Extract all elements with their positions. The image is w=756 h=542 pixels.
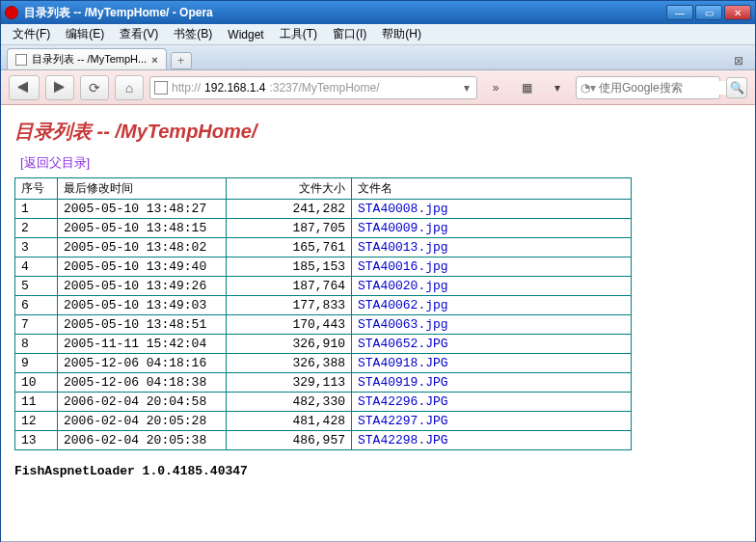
menu-tools[interactable]: 工具(T) xyxy=(272,24,325,44)
url-path: :3237/MyTempHome/ xyxy=(269,81,379,95)
file-link[interactable]: STA40062.jpg xyxy=(358,298,448,312)
col-seq: 序号 xyxy=(15,178,58,200)
cell-fname: STA40919.JPG xyxy=(352,373,632,393)
cell-fname: STA40016.jpg xyxy=(352,257,632,277)
cell-seq: 1 xyxy=(15,200,58,219)
table-row: 102005-12-06 04:18:38329,113STA40919.JPG xyxy=(15,373,632,393)
file-link[interactable]: STA42298.JPG xyxy=(358,433,448,447)
browser-tab[interactable]: 目录列表 -- /MyTempH... × xyxy=(7,48,167,69)
col-fname: 文件名 xyxy=(352,178,632,200)
server-footer: FishAspnetLoader 1.0.4185.40347 xyxy=(14,464,742,478)
cell-size: 185,153 xyxy=(227,257,352,277)
cell-size: 165,761 xyxy=(227,238,352,257)
cell-size: 187,764 xyxy=(227,277,352,296)
url-host: 192.168.1.4 xyxy=(204,81,265,95)
feed-icon[interactable]: ▦ xyxy=(514,76,539,99)
close-button[interactable]: ✕ xyxy=(724,5,751,20)
parent-directory-link[interactable]: [返回父目录] xyxy=(20,155,90,170)
cell-seq: 5 xyxy=(15,277,58,296)
new-tab-button[interactable]: + xyxy=(171,52,192,69)
menu-help[interactable]: 帮助(H) xyxy=(374,24,429,44)
file-link[interactable]: STA40919.JPG xyxy=(358,375,448,390)
cell-size: 486,957 xyxy=(227,431,352,450)
file-link[interactable]: STA40020.jpg xyxy=(358,279,448,293)
cell-size: 481,428 xyxy=(227,412,352,431)
cell-size: 326,388 xyxy=(227,354,352,373)
address-bar[interactable]: http://192.168.1.4:3237/MyTempHome/ ▾ xyxy=(149,76,477,99)
file-link[interactable]: STA40918.JPG xyxy=(358,356,448,370)
directory-table: 序号 最后修改时间 文件大小 文件名 12005-05-10 13:48:272… xyxy=(14,177,632,450)
table-row: 42005-05-10 13:49:40185,153STA40016.jpg xyxy=(15,257,632,277)
address-dropdown-icon[interactable]: ▾ xyxy=(461,81,472,95)
back-button[interactable]: ⯇ xyxy=(9,75,40,100)
page-icon xyxy=(154,81,168,95)
home-button[interactable]: ⌂ xyxy=(115,75,144,100)
file-link[interactable]: STA40008.jpg xyxy=(358,202,448,216)
search-input[interactable] xyxy=(599,81,743,95)
cell-seq: 3 xyxy=(15,238,58,257)
document-icon xyxy=(15,54,27,66)
cell-fname: STA42296.JPG xyxy=(352,393,632,412)
menu-window[interactable]: 窗口(I) xyxy=(325,24,374,44)
col-size: 文件大小 xyxy=(227,178,352,200)
table-row: 22005-05-10 13:48:15187,705STA40009.jpg xyxy=(15,219,632,238)
cell-size: 187,705 xyxy=(227,219,352,238)
tabgroup-close-icon[interactable]: ⊠ xyxy=(734,54,749,69)
forward-button[interactable]: ⯈ xyxy=(45,75,74,100)
reload-button[interactable]: ⟳ xyxy=(80,75,109,100)
table-row: 52005-05-10 13:49:26187,764STA40020.jpg xyxy=(15,277,632,296)
cell-fname: STA40652.JPG xyxy=(352,335,632,354)
cell-seq: 9 xyxy=(15,354,58,373)
cell-mtime: 2006-02-04 20:05:28 xyxy=(58,412,227,431)
maximize-button[interactable]: ▭ xyxy=(695,5,722,20)
cell-seq: 13 xyxy=(15,431,58,450)
page-content: 目录列表 -- /MyTempHome/ [返回父目录] 序号 最后修改时间 文… xyxy=(1,105,755,541)
file-link[interactable]: STA40016.jpg xyxy=(358,259,448,274)
file-link[interactable]: STA40652.JPG xyxy=(358,337,448,351)
cell-mtime: 2005-05-10 13:49:26 xyxy=(58,277,227,296)
cell-size: 329,113 xyxy=(227,373,352,393)
menu-file[interactable]: 文件(F) xyxy=(5,24,58,44)
menu-widget[interactable]: Widget xyxy=(220,26,271,43)
table-row: 72005-05-10 13:48:51170,443STA40063.jpg xyxy=(15,315,632,335)
cell-mtime: 2005-05-10 13:49:40 xyxy=(58,257,227,277)
search-box[interactable]: ◔▾ xyxy=(576,76,720,99)
feed-dropdown-icon[interactable]: ▾ xyxy=(545,76,570,99)
table-row: 82005-11-11 15:42:04326,910STA40652.JPG xyxy=(15,335,632,354)
file-link[interactable]: STA40013.jpg xyxy=(358,240,448,255)
menu-bookmarks[interactable]: 书签(B) xyxy=(166,24,220,44)
file-link[interactable]: STA40009.jpg xyxy=(358,221,448,235)
tab-close-icon[interactable]: × xyxy=(151,54,157,66)
cell-mtime: 2005-05-10 13:48:51 xyxy=(58,315,227,335)
cell-mtime: 2005-11-11 15:42:04 xyxy=(58,335,227,354)
table-row: 62005-05-10 13:49:03177,833STA40062.jpg xyxy=(15,296,632,315)
minimize-button[interactable]: — xyxy=(666,5,693,20)
cell-seq: 4 xyxy=(15,257,58,277)
search-engine-icon[interactable]: ◔▾ xyxy=(580,81,596,95)
cell-fname: STA40013.jpg xyxy=(352,238,632,257)
fast-forward-button[interactable]: » xyxy=(483,76,508,99)
file-link[interactable]: STA40063.jpg xyxy=(358,317,448,332)
tab-label: 目录列表 -- /MyTempH... xyxy=(32,52,147,67)
cell-mtime: 2005-05-10 13:48:02 xyxy=(58,238,227,257)
table-row: 112006-02-04 20:04:58482,330STA42296.JPG xyxy=(15,393,632,412)
file-link[interactable]: STA42297.JPG xyxy=(358,414,448,428)
cell-size: 326,910 xyxy=(227,335,352,354)
cell-size: 170,443 xyxy=(227,315,352,335)
cell-size: 241,282 xyxy=(227,200,352,219)
tabbar: 目录列表 -- /MyTempH... × + ⊠ xyxy=(1,45,755,70)
cell-fname: STA40020.jpg xyxy=(352,277,632,296)
menubar: 文件(F) 编辑(E) 查看(V) 书签(B) Widget 工具(T) 窗口(… xyxy=(1,24,755,45)
search-button[interactable]: 🔍 xyxy=(726,77,747,98)
cell-fname: STA42297.JPG xyxy=(352,412,632,431)
table-row: 92005-12-06 04:18:16326,388STA40918.JPG xyxy=(15,354,632,373)
cell-mtime: 2005-05-10 13:48:15 xyxy=(58,219,227,238)
col-mtime: 最后修改时间 xyxy=(58,178,227,200)
cell-mtime: 2005-12-06 04:18:38 xyxy=(58,373,227,393)
menu-view[interactable]: 查看(V) xyxy=(112,24,166,44)
cell-fname: STA40063.jpg xyxy=(352,315,632,335)
menu-edit[interactable]: 编辑(E) xyxy=(58,24,112,44)
file-link[interactable]: STA42296.JPG xyxy=(358,394,448,409)
table-row: 132006-02-04 20:05:38486,957STA42298.JPG xyxy=(15,431,632,450)
opera-icon xyxy=(5,6,18,19)
